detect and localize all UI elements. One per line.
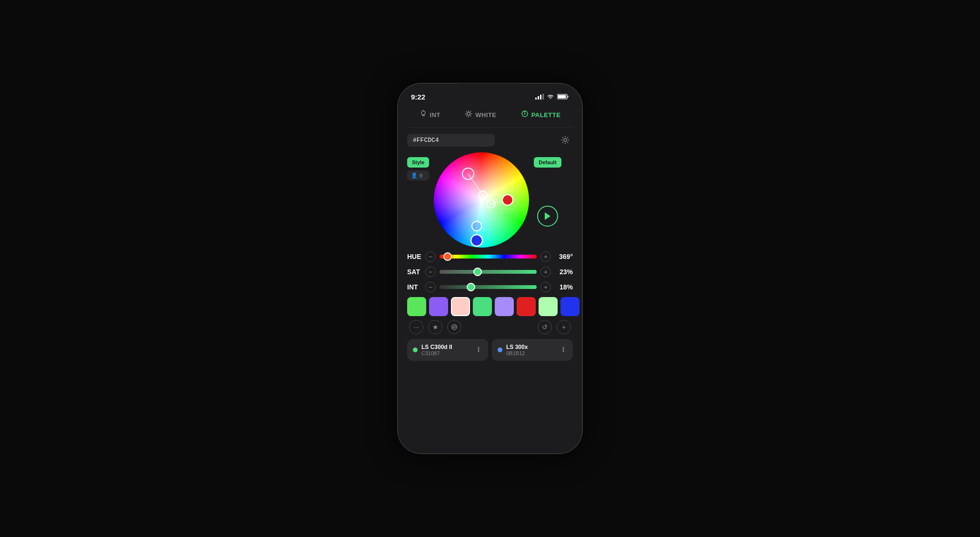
- device-card-1[interactable]: LS 300x 0B1B12: [492, 339, 573, 361]
- swatch-0[interactable]: [407, 297, 426, 316]
- hue-thumb[interactable]: [443, 252, 452, 261]
- svg-rect-5: [567, 96, 569, 98]
- svg-line-16: [470, 111, 471, 112]
- device-settings-1[interactable]: [560, 346, 567, 355]
- swatch-7[interactable]: [560, 297, 580, 316]
- palette-star-button[interactable]: ★: [428, 320, 442, 334]
- swatch-2[interactable]: [451, 297, 470, 316]
- color-wheel[interactable]: [434, 152, 529, 248]
- sat-label: SAT: [407, 268, 421, 276]
- signal-icon: [535, 94, 544, 99]
- sat-thumb[interactable]: [473, 268, 482, 276]
- tab-int[interactable]: INT: [414, 108, 446, 121]
- swatch-1[interactable]: [429, 297, 448, 316]
- device-card-0[interactable]: LS C300d II C31087: [407, 339, 488, 361]
- device-settings-0[interactable]: [475, 346, 482, 355]
- hue-value: 369°: [555, 253, 573, 260]
- svg-point-37: [478, 350, 480, 352]
- settings-button[interactable]: [558, 132, 573, 148]
- svg-point-9: [467, 112, 470, 115]
- device-dot-1: [498, 348, 502, 352]
- svg-rect-1: [538, 96, 539, 99]
- svg-point-19: [524, 113, 525, 115]
- phone-frame: 9:22: [397, 83, 583, 454]
- device-id-1: 0B1B12: [506, 350, 556, 356]
- sat-slider-row: SAT − + 23%: [407, 267, 573, 277]
- tab-int-label: INT: [430, 111, 440, 119]
- hex-row: [407, 128, 573, 152]
- svg-point-38: [563, 347, 564, 348]
- device-id-0: C31087: [421, 350, 471, 356]
- tab-white[interactable]: WHITE: [459, 108, 502, 121]
- sun-icon: [465, 110, 472, 119]
- count-value: 8: [420, 173, 422, 179]
- svg-rect-3: [542, 94, 544, 99]
- tab-white-label: WHITE: [475, 111, 496, 119]
- svg-line-15: [470, 116, 471, 117]
- app-content: INT WHITE: [398, 104, 582, 454]
- palette-dots-button[interactable]: ···: [409, 320, 423, 334]
- sliders-section: HUE − + 369° SAT − + 23% INT: [407, 251, 573, 292]
- palette-scene-button[interactable]: [447, 320, 461, 334]
- palette-actions: ··· ★ ↺ +: [407, 320, 573, 334]
- device-info-1: LS 300x 0B1B12: [506, 344, 556, 356]
- svg-line-14: [466, 111, 467, 112]
- hue-plus-button[interactable]: +: [540, 251, 551, 262]
- int-thumb[interactable]: [467, 283, 475, 291]
- int-track[interactable]: [440, 285, 537, 289]
- device-info-0: LS C300d II C31087: [421, 344, 471, 356]
- svg-point-7: [421, 111, 425, 115]
- palette-section: ··· ★ ↺ +: [407, 297, 573, 334]
- swatch-6[interactable]: [539, 297, 558, 316]
- swatch-4[interactable]: [495, 297, 514, 316]
- bulb-icon: [420, 110, 427, 119]
- count-badge: 👤 8: [407, 170, 429, 180]
- swatch-5[interactable]: [517, 297, 536, 316]
- device-name-0: LS C300d II: [421, 344, 471, 350]
- battery-icon: [557, 94, 569, 99]
- tab-palette-label: PALETTE: [531, 111, 561, 119]
- sat-minus-button[interactable]: −: [425, 267, 436, 277]
- hue-slider-row: HUE − + 369°: [407, 251, 573, 262]
- palette-icon: [521, 110, 529, 119]
- sat-value: 23%: [555, 268, 573, 276]
- play-button[interactable]: [537, 206, 558, 227]
- devices-section: LS C300d II C31087 LS 300x 0B1B12: [407, 339, 573, 361]
- tab-palette[interactable]: PALETTE: [515, 108, 567, 121]
- sat-track[interactable]: [440, 270, 537, 274]
- svg-rect-0: [535, 98, 537, 99]
- color-wheel-gradient: [434, 152, 529, 248]
- svg-rect-6: [558, 95, 566, 99]
- svg-marker-33: [545, 212, 550, 220]
- svg-line-17: [466, 116, 467, 117]
- phone-notch: [459, 83, 521, 97]
- svg-point-35: [478, 347, 480, 348]
- svg-point-36: [478, 348, 480, 350]
- palette-undo-button[interactable]: ↺: [538, 320, 552, 334]
- tab-bar: INT WHITE: [407, 104, 573, 128]
- swatches-row: [407, 297, 573, 316]
- int-slider-row: INT − + 18%: [407, 282, 573, 292]
- int-value: 18%: [555, 283, 573, 291]
- int-plus-button[interactable]: +: [540, 282, 551, 292]
- default-button[interactable]: Default: [534, 157, 561, 168]
- swatch-3[interactable]: [473, 297, 492, 316]
- hue-label: HUE: [407, 253, 421, 260]
- status-icons: [535, 94, 569, 99]
- sat-plus-button[interactable]: +: [540, 267, 551, 277]
- svg-point-21: [564, 139, 567, 141]
- hue-track[interactable]: [440, 255, 537, 259]
- status-time: 9:22: [411, 93, 425, 101]
- hue-minus-button[interactable]: −: [425, 251, 436, 262]
- int-minus-button[interactable]: −: [425, 282, 436, 292]
- style-button[interactable]: Style: [407, 157, 429, 168]
- int-label: INT: [407, 283, 421, 291]
- device-name-1: LS 300x: [506, 344, 556, 350]
- palette-add-button[interactable]: +: [557, 320, 571, 334]
- device-dot-0: [413, 348, 418, 352]
- svg-point-40: [563, 350, 564, 352]
- svg-point-39: [563, 348, 564, 350]
- svg-rect-2: [540, 95, 541, 99]
- wifi-icon: [547, 94, 554, 99]
- hex-input[interactable]: [407, 134, 495, 147]
